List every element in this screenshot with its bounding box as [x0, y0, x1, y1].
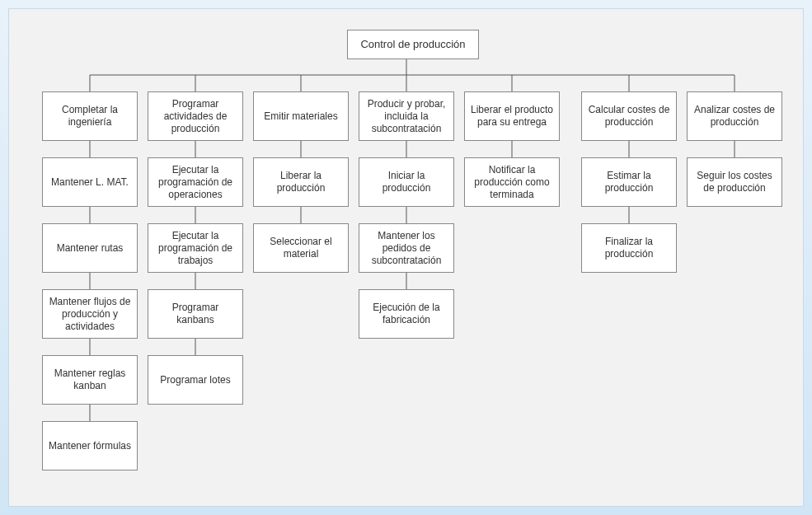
col6-head-label: Analizar costes de producción — [692, 104, 777, 129]
col2-head: Emitir materiales — [253, 91, 349, 141]
col5-item1: Finalizar la producción — [581, 223, 677, 273]
col1-head: Programar actividades de producción — [148, 91, 243, 141]
col5-item0-label: Estimar la producción — [587, 170, 671, 194]
root-node: Control de producción — [347, 30, 479, 59]
col2-item0: Liberar la producción — [253, 157, 349, 207]
col3-item1-label: Mantener los pedidos de subcontratación — [364, 230, 448, 267]
col5-head-label: Calcular costes de producción — [587, 104, 671, 129]
col1-item1: Ejecutar la programación de trabajos — [148, 223, 243, 273]
col6-item0-label: Seguir los costes de producción — [692, 170, 777, 194]
col1-item3-label: Programar lotes — [160, 374, 230, 386]
col1-item1-label: Ejecutar la programación de trabajos — [153, 230, 237, 267]
col3-item2-label: Ejecución de la fabricación — [364, 302, 448, 326]
col2-item1: Seleccionar el material — [253, 223, 349, 273]
col1-item2: Programar kanbans — [148, 289, 243, 339]
col0-item1-label: Mantener rutas — [57, 242, 124, 255]
col3-item2: Ejecución de la fabricación — [359, 289, 454, 339]
col2-head-label: Emitir materiales — [264, 110, 337, 123]
col1-item2-label: Programar kanbans — [153, 302, 237, 326]
col3-item0: Iniciar la producción — [359, 157, 454, 207]
col0-item0-label: Mantener L. MAT. — [51, 176, 129, 189]
col4-head: Liberar el producto para su entrega — [464, 91, 560, 141]
col6-item0: Seguir los costes de producción — [687, 157, 782, 207]
col0-item0: Mantener L. MAT. — [42, 157, 138, 207]
col5-head: Calcular costes de producción — [581, 91, 677, 141]
col0-item3: Mantener reglas kanban — [42, 355, 138, 405]
col4-head-label: Liberar el producto para su entrega — [470, 104, 554, 129]
col2-item1-label: Seleccionar el material — [259, 236, 343, 260]
diagram-canvas: Control de producción Completar la ingen… — [8, 8, 804, 507]
col0-head-label: Completar la ingeniería — [48, 104, 132, 129]
col0-item4-label: Mantener fórmulas — [49, 440, 131, 452]
col3-head-label: Producir y probar, incluida la subcontra… — [364, 98, 448, 135]
root-label: Control de producción — [360, 38, 465, 51]
col3-item1: Mantener los pedidos de subcontratación — [359, 223, 454, 273]
col1-item0-label: Ejecutar la programación de operaciones — [153, 164, 237, 201]
col4-item0-label: Notificar la producción como terminada — [470, 164, 554, 201]
col5-item1-label: Finalizar la producción — [587, 236, 671, 260]
col5-item0: Estimar la producción — [581, 157, 677, 207]
col0-item3-label: Mantener reglas kanban — [48, 368, 132, 392]
col0-item2-label: Mantener flujos de producción y activida… — [48, 296, 132, 333]
diagram-outer: Control de producción Completar la ingen… — [0, 0, 812, 515]
col0-item4: Mantener fórmulas — [42, 421, 138, 471]
col4-item0: Notificar la producción como terminada — [464, 157, 560, 207]
col3-item0-label: Iniciar la producción — [364, 170, 448, 194]
col6-head: Analizar costes de producción — [687, 91, 782, 141]
col2-item0-label: Liberar la producción — [259, 170, 343, 194]
col1-item0: Ejecutar la programación de operaciones — [148, 157, 243, 207]
col0-item2: Mantener flujos de producción y activida… — [42, 289, 138, 339]
col0-item1: Mantener rutas — [42, 223, 138, 273]
col1-item3: Programar lotes — [148, 355, 243, 405]
col3-head: Producir y probar, incluida la subcontra… — [359, 91, 454, 141]
col0-head: Completar la ingeniería — [42, 91, 138, 141]
col1-head-label: Programar actividades de producción — [153, 98, 237, 135]
